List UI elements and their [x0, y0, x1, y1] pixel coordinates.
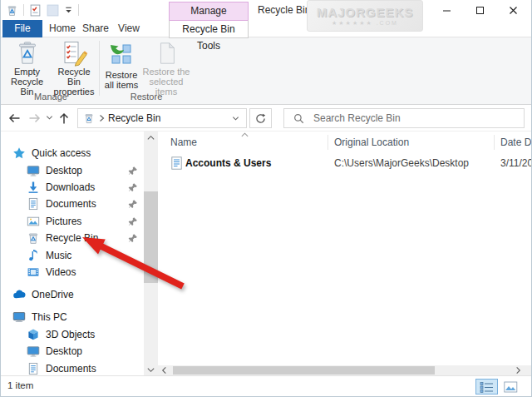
search-input[interactable]	[313, 112, 505, 124]
watermark-stars: ★★★★★★ .COM	[332, 20, 398, 27]
tab-view[interactable]: View	[114, 20, 144, 37]
sidebar-item-music[interactable]: Music	[1, 247, 144, 264]
address-recycle-bin-icon	[83, 112, 95, 124]
button-label: Restore the	[143, 67, 190, 77]
pin-icon	[128, 216, 138, 226]
navigation-bar: Recycle Bin	[1, 105, 531, 132]
sidebar-item-label: This PC	[32, 311, 67, 323]
file-name: Accounts & Users	[185, 155, 271, 171]
maximize-button[interactable]	[463, 0, 496, 20]
tab-file[interactable]: File	[2, 20, 42, 37]
ribbon-group-manage-label: Manage	[4, 92, 97, 102]
column-header-original-location[interactable]: Original Location	[334, 133, 409, 151]
column-header-name[interactable]: Name	[170, 133, 197, 151]
qat-disabled-icon	[47, 4, 59, 17]
up-button[interactable]	[58, 112, 70, 125]
sidebar-item-pictures[interactable]: Pictures	[1, 213, 144, 230]
column-separator[interactable]	[494, 135, 495, 150]
watermark-text: MAJORGEEKS	[317, 5, 414, 19]
search-bar[interactable]	[283, 108, 525, 128]
breadcrumb-location[interactable]: Recycle Bin	[108, 112, 160, 124]
sidebar-item-recycle-bin[interactable]: Recycle Bin	[1, 230, 144, 246]
breadcrumb-chevron-icon[interactable]	[99, 114, 105, 122]
recent-locations-chevron-icon[interactable]	[46, 115, 53, 121]
sidebar-item-documents-pc[interactable]: Documents	[1, 360, 144, 377]
sidebar-item-quick-access[interactable]: Quick access	[1, 145, 144, 161]
sidebar-item-3d-objects[interactable]: 3D Objects	[1, 326, 144, 343]
sidebar-item-label: Quick access	[32, 147, 91, 159]
sidebar-item-label: OneDrive	[32, 289, 74, 300]
status-bar: 1 item	[1, 375, 531, 396]
scroll-up-chevron-icon[interactable]	[146, 135, 155, 141]
sidebar-item-this-pc[interactable]: This PC	[1, 309, 144, 325]
ribbon-tab-strip: File Home Share View Recycle Bin Tools ?	[1, 20, 531, 37]
tab-home[interactable]: Home	[46, 20, 79, 37]
sidebar-item-label: Music	[46, 250, 71, 261]
properties-shortcut-icon[interactable]	[29, 4, 42, 17]
sidebar-item-downloads[interactable]: Downloads	[1, 179, 144, 196]
large-icons-view-button[interactable]	[500, 379, 522, 395]
scroll-right-chevron-icon[interactable]	[515, 366, 521, 375]
refresh-button[interactable]	[249, 108, 272, 128]
document-file-icon	[171, 156, 182, 170]
restore-selected-items-button: Restore the selected items	[141, 40, 191, 93]
sidebar-scrollbar-thumb[interactable]	[144, 191, 158, 283]
explorer-window: Manage Recycle Bin File Home Share View …	[0, 0, 532, 397]
qat-separator	[23, 4, 24, 16]
navigation-pane: Quick access Desktop Downloads Doc	[1, 132, 144, 375]
music-icon	[27, 249, 40, 262]
this-pc-icon	[12, 310, 26, 324]
sidebar-item-label: Documents	[46, 198, 96, 210]
title-bar: Manage Recycle Bin	[1, 0, 531, 20]
sidebar-item-onedrive[interactable]: OneDrive	[1, 286, 144, 303]
ribbon-group-restore-label: Restore	[101, 92, 191, 102]
pin-icon	[128, 233, 138, 243]
sidebar-item-videos[interactable]: Videos	[1, 264, 144, 280]
sidebar-item-label: 3D Objects	[46, 329, 95, 340]
close-button[interactable]	[496, 0, 530, 20]
sidebar-scrollbar[interactable]	[144, 132, 158, 376]
tab-recycle-bin-tools[interactable]: Recycle Bin Tools	[169, 20, 249, 38]
sidebar-item-desktop-pc[interactable]: Desktop	[1, 343, 144, 360]
sidebar-item-label: Desktop	[46, 345, 82, 357]
ribbon-group-separator	[99, 41, 100, 96]
restore-all-items-button[interactable]: Restore all items	[101, 40, 141, 93]
column-header-date-deleted[interactable]: Date De	[500, 133, 532, 151]
address-bar[interactable]: Recycle Bin	[77, 108, 247, 128]
address-dropdown-chevron-icon[interactable]	[232, 116, 239, 122]
empty-recycle-bin-button[interactable]: Empty Recycle Bin	[4, 40, 50, 93]
desktop-icon	[27, 345, 40, 358]
pin-icon	[128, 166, 138, 176]
qat-separator	[78, 4, 79, 16]
sidebar-item-documents[interactable]: Documents	[1, 196, 144, 212]
recycle-bin-icon	[27, 231, 40, 245]
documents-icon	[27, 197, 40, 211]
scroll-left-chevron-icon[interactable]	[161, 366, 167, 375]
horizontal-scrollbar[interactable]	[158, 365, 531, 375]
downloads-icon	[27, 181, 40, 194]
sidebar-item-label: Videos	[46, 266, 76, 278]
file-row-accounts-and-users[interactable]: Accounts & Users C:\Users\MajorGeeks\Des…	[158, 155, 531, 171]
documents-icon	[27, 362, 40, 375]
tab-share[interactable]: Share	[80, 20, 111, 37]
horizontal-scrollbar-thumb[interactable]	[173, 366, 435, 375]
sidebar-item-label: Pictures	[46, 216, 81, 227]
sidebar-item-desktop[interactable]: Desktop	[1, 162, 144, 179]
restore-all-items-icon	[108, 40, 135, 70]
back-button[interactable]	[8, 112, 21, 124]
minimize-button[interactable]	[430, 0, 463, 20]
details-view-button[interactable]	[475, 379, 498, 395]
button-label: all items	[105, 80, 138, 90]
scroll-down-chevron-icon[interactable]	[146, 367, 155, 373]
item-count: 1 item	[7, 380, 33, 390]
desktop-icon	[27, 164, 40, 177]
recycle-bin-properties-button[interactable]: Recycle Bin properties	[50, 40, 98, 93]
window-title: Recycle Bin	[258, 4, 310, 16]
pictures-icon	[27, 215, 40, 228]
search-icon	[293, 113, 304, 124]
column-separator[interactable]	[328, 135, 328, 150]
majorgeeks-watermark: MAJORGEEKS ★★★★★★ .COM	[307, 0, 423, 32]
onedrive-cloud-icon	[12, 288, 26, 301]
customize-qat-arrow-icon[interactable]	[64, 5, 73, 15]
pin-icon	[128, 182, 138, 192]
